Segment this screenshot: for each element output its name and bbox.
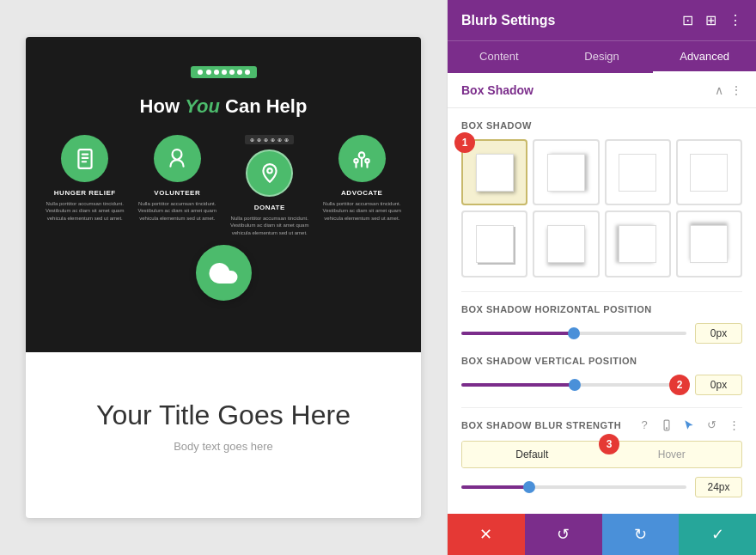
horizontal-label: Box Shadow Horizontal Position xyxy=(461,304,742,314)
blurb-1: HUNGER RELIEF Nulla porttitor accumsan t… xyxy=(43,135,127,236)
blurb-icon-1 xyxy=(61,135,108,182)
blurb-text-1: Nulla porttitor accumsan tincidunt. Vest… xyxy=(43,200,127,222)
cancel-button[interactable]: ✕ xyxy=(448,514,525,555)
tab-advanced[interactable]: Advanced xyxy=(653,41,756,73)
badge-2: 2 xyxy=(669,375,690,395)
reset-button[interactable]: ↺ xyxy=(525,514,602,555)
shadow-option-top[interactable] xyxy=(676,210,742,277)
shadow-none2-inner xyxy=(690,154,728,192)
fullscreen-icon[interactable]: ⊡ xyxy=(682,12,693,28)
preview-card: How You Can Help HUNGER RELIEF Nulla por… xyxy=(26,37,421,518)
horizontal-slider-track[interactable] xyxy=(461,332,686,335)
shadow-grid: 1 xyxy=(461,139,742,278)
section-body-box-shadow: Box Shadow 1 xyxy=(448,108,756,514)
blur-slider-track[interactable] xyxy=(461,485,686,489)
panel-content: Box Shadow ∧ ⋮ Box Shadow 1 xyxy=(448,73,756,514)
more-blur-icon[interactable]: ⋮ xyxy=(725,417,742,434)
shadow-option-bottom[interactable] xyxy=(533,210,599,277)
vertical-input-wrapper: 2 xyxy=(695,375,742,395)
blurb-icon-2 xyxy=(154,135,201,182)
shadow-option-none2[interactable] xyxy=(676,139,742,205)
blurb-icon-4 xyxy=(338,135,386,182)
blurb-text-3: Nulla porttitor accumsan tincidunt. Vest… xyxy=(228,215,312,236)
blur-slider-row xyxy=(461,477,742,497)
vertical-slider-row: 2 xyxy=(461,375,742,395)
badge-3: 3 xyxy=(599,434,619,454)
box-shadow-field-label: Box Shadow xyxy=(461,120,742,131)
panel-header: Blurb Settings ⊡ ⊞ ⋮ xyxy=(448,0,756,40)
shadow-left-inner xyxy=(619,225,656,263)
collapse-icon[interactable]: ∧ xyxy=(715,83,723,97)
tab-content[interactable]: Content xyxy=(448,41,551,73)
panel-header-icons: ⊡ ⊞ ⋮ xyxy=(682,12,742,28)
section-more-icon[interactable]: ⋮ xyxy=(730,83,742,97)
shadow-right-inner xyxy=(547,154,585,192)
preview-dark-section: How You Can Help HUNGER RELIEF Nulla por… xyxy=(26,37,421,352)
horizontal-slider-thumb[interactable] xyxy=(568,327,580,339)
mobile-icon[interactable] xyxy=(658,417,675,434)
shadow-option-wrapper-1: 1 xyxy=(461,139,527,205)
section-controls: ∧ ⋮ xyxy=(715,83,742,97)
blurb-3: ⊕⊕⊕⊕⊕⊕ DONATE Nulla porttitor accumsan t… xyxy=(228,135,312,236)
preview-body-text: Body text goes here xyxy=(52,440,395,453)
toolbar-icons xyxy=(206,70,250,75)
box-shadow-section-title: Box Shadow xyxy=(461,83,533,97)
shadow-all-inner xyxy=(476,154,514,192)
grid-icon[interactable]: ⊞ xyxy=(705,12,716,28)
hover-tab[interactable]: Hover xyxy=(602,442,742,467)
blur-label: Box Shadow Blur Strength xyxy=(461,420,621,430)
shadow-none1-inner xyxy=(619,154,656,192)
svg-point-1 xyxy=(267,168,271,173)
divider-2 xyxy=(461,407,742,408)
preview-main-title: Your Title Goes Here xyxy=(52,399,395,431)
refresh-button[interactable]: ↻ xyxy=(602,514,680,555)
vertical-label: Box Shadow Vertical Position xyxy=(461,356,742,366)
preview-heading: How You Can Help xyxy=(43,95,404,118)
vertical-slider-thumb[interactable] xyxy=(569,379,581,391)
default-tab[interactable]: Default xyxy=(462,442,602,467)
cloud-icon xyxy=(196,245,252,301)
blur-slider-fill xyxy=(461,485,529,489)
blur-strength-row: Box Shadow Blur Strength ? ↺ ⋮ xyxy=(461,417,742,497)
help-icon[interactable]: ? xyxy=(636,417,653,434)
blur-label-row: Box Shadow Blur Strength ? ↺ ⋮ xyxy=(461,417,742,434)
vertical-slider-track[interactable] xyxy=(461,383,688,387)
horizontal-position-row: Box Shadow Horizontal Position xyxy=(461,304,742,344)
shadow-option-right[interactable] xyxy=(533,139,599,205)
confirm-button[interactable]: ✓ xyxy=(679,514,756,555)
action-bar: ✕ ↺ ↻ ✓ xyxy=(448,514,756,555)
blurb-icon-3 xyxy=(246,149,293,197)
panel-title: Blurb Settings xyxy=(461,13,555,28)
blurb-label-4: ADVOCATE xyxy=(320,189,405,197)
blur-value-input[interactable] xyxy=(695,477,742,497)
cursor-icon[interactable] xyxy=(680,417,698,434)
blur-slider-thumb[interactable] xyxy=(523,481,535,493)
blurb-label-2: VOLUNTEER xyxy=(136,189,220,197)
horizontal-value-input[interactable] xyxy=(695,323,742,344)
divider-1 xyxy=(461,291,742,292)
undo-icon[interactable]: ↺ xyxy=(703,417,720,434)
blurb-text-2: Nulla porttitor accumsan tincidunt. Vest… xyxy=(136,200,220,222)
badge-1: 1 xyxy=(454,132,475,153)
hover-tabs-wrapper: 3 Default Hover xyxy=(461,441,742,477)
selected-blurb-toolbar: ⊕⊕⊕⊕⊕⊕ xyxy=(245,135,294,144)
blurb-2: VOLUNTEER Nulla porttitor accumsan tinci… xyxy=(136,135,220,236)
more-icon[interactable]: ⋮ xyxy=(729,12,742,28)
preview-area: How You Can Help HUNGER RELIEF Nulla por… xyxy=(0,0,447,555)
shadow-bottom-right-inner xyxy=(476,225,514,263)
tab-design[interactable]: Design xyxy=(551,41,654,73)
preview-white-section: Your Title Goes Here Body text goes here xyxy=(26,352,421,479)
blurb-label-3: DONATE xyxy=(254,204,285,211)
toolbar-bar xyxy=(191,66,257,78)
panel-tabs: Content Design Advanced xyxy=(448,40,756,73)
vertical-position-row: Box Shadow Vertical Position 2 xyxy=(461,356,742,395)
section-header-box-shadow: Box Shadow ∧ ⋮ xyxy=(448,73,756,108)
shadow-option-left[interactable] xyxy=(605,210,671,277)
shadow-option-none1[interactable] xyxy=(605,139,671,205)
shadow-option-bottom-right[interactable] xyxy=(461,210,527,277)
vertical-value-input[interactable] xyxy=(695,375,742,395)
vertical-slider-fill xyxy=(461,383,575,387)
responsive-icons: ? ↺ ⋮ xyxy=(636,417,742,434)
shadow-bottom-inner xyxy=(547,225,585,263)
horizontal-slider-fill xyxy=(461,332,574,335)
